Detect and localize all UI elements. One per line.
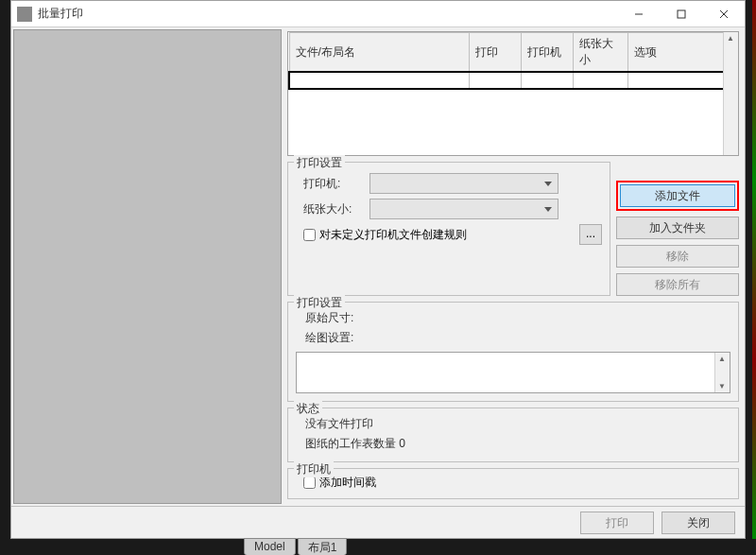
printer-label: 打印机:: [296, 176, 362, 192]
tab-model[interactable]: Model: [244, 538, 296, 555]
status-sheet-count: 图纸的工作表数量 0: [296, 434, 730, 454]
tab-layout1[interactable]: 布局1: [298, 538, 348, 555]
print-config-group: 打印设置 原始尺寸: 绘图设置:: [287, 302, 739, 402]
paper-label: 纸张大小:: [296, 201, 362, 217]
print-settings-legend: 打印设置: [294, 155, 345, 171]
undef-rule-row: 对未定义打印机文件创建规则 ...: [296, 224, 602, 245]
printer-combo[interactable]: [369, 173, 558, 194]
draw-set-label: 绘图设置:: [296, 328, 730, 348]
remove-all-button[interactable]: 移除所有: [616, 273, 739, 296]
undef-rule-label: 对未定义打印机文件创建规则: [319, 227, 467, 243]
close-button[interactable]: [702, 1, 745, 26]
status-group: 状态 没有文件打印 图纸的工作表数量 0: [287, 408, 739, 462]
actions-group: 添加文件 加入文件夹 移除 移除所有: [616, 162, 739, 296]
col-printer[interactable]: 打印机: [521, 33, 573, 73]
orig-size-label: 原始尺寸:: [296, 308, 730, 328]
model-layout-tabs: Model 布局1: [244, 538, 349, 555]
batch-print-window: 批量打印 文件/布局名 打印 打印机 纸张大小: [10, 0, 746, 539]
maximize-button[interactable]: [660, 1, 702, 26]
col-print[interactable]: 打印: [469, 33, 521, 73]
timestamp-input[interactable]: [303, 477, 316, 489]
sheet-count-label: 图纸的工作表数量: [305, 437, 396, 450]
col-paper[interactable]: 纸张大小: [573, 33, 627, 73]
add-file-highlight: 添加文件: [616, 181, 739, 211]
settings-actions-row: 打印设置 打印机: 纸张大小: 对未定义打印机文件创建规则: [287, 162, 739, 296]
textbox-scrollbar[interactable]: [714, 353, 730, 392]
grid-scrollbar[interactable]: [723, 32, 738, 155]
print-button[interactable]: 打印: [580, 512, 654, 534]
ellipsis-button[interactable]: ...: [579, 224, 602, 245]
minimize-button[interactable]: [617, 1, 660, 26]
status-legend: 状态: [294, 401, 322, 417]
timestamp-checkbox[interactable]: 添加时间戳: [296, 475, 730, 491]
status-no-file: 没有文件打印: [296, 414, 730, 434]
printer-group-legend: 打印机: [294, 461, 334, 477]
close-dialog-button[interactable]: 关闭: [662, 512, 735, 534]
svg-rect-1: [678, 10, 685, 18]
printer-row: 打印机:: [296, 173, 602, 194]
add-folder-button[interactable]: 加入文件夹: [616, 217, 739, 239]
settings-panel: 文件/布局名 打印 打印机 纸张大小 选项 打印设置 打印机:: [282, 27, 745, 506]
app-icon: [17, 7, 32, 22]
remove-button[interactable]: 移除: [616, 245, 739, 268]
preview-panel: [13, 29, 282, 504]
print-settings-group: 打印设置 打印机: 纸张大小: 对未定义打印机文件创建规则: [287, 162, 610, 296]
window-title: 批量打印: [38, 6, 617, 22]
draw-settings-textbox[interactable]: [296, 352, 730, 393]
titlebar: 批量打印: [11, 1, 745, 27]
file-grid[interactable]: 文件/布局名 打印 打印机 纸张大小 选项: [288, 32, 738, 90]
print-config-legend: 打印设置: [294, 295, 345, 311]
paper-combo[interactable]: [369, 199, 558, 219]
dialog-footer: 打印 关闭: [11, 506, 745, 538]
printer-group: 打印机 添加时间戳: [287, 468, 739, 499]
add-file-button[interactable]: 添加文件: [620, 184, 735, 207]
col-filename[interactable]: 文件/布局名: [289, 33, 469, 73]
grid-empty-row[interactable]: [289, 72, 737, 89]
window-body: 文件/布局名 打印 打印机 纸张大小 选项 打印设置 打印机:: [11, 27, 745, 506]
background-canvas-edge: [752, 0, 756, 539]
file-grid-wrap: 文件/布局名 打印 打印机 纸张大小 选项: [287, 31, 739, 156]
sheet-count-value: 0: [399, 437, 405, 450]
grid-header-row: 文件/布局名 打印 打印机 纸张大小 选项: [289, 33, 737, 73]
undef-rule-checkbox[interactable]: 对未定义打印机文件创建规则: [296, 227, 467, 243]
paper-row: 纸张大小:: [296, 199, 602, 219]
col-options[interactable]: 选项: [627, 33, 737, 73]
window-buttons: [617, 1, 745, 26]
undef-rule-input[interactable]: [303, 229, 316, 241]
